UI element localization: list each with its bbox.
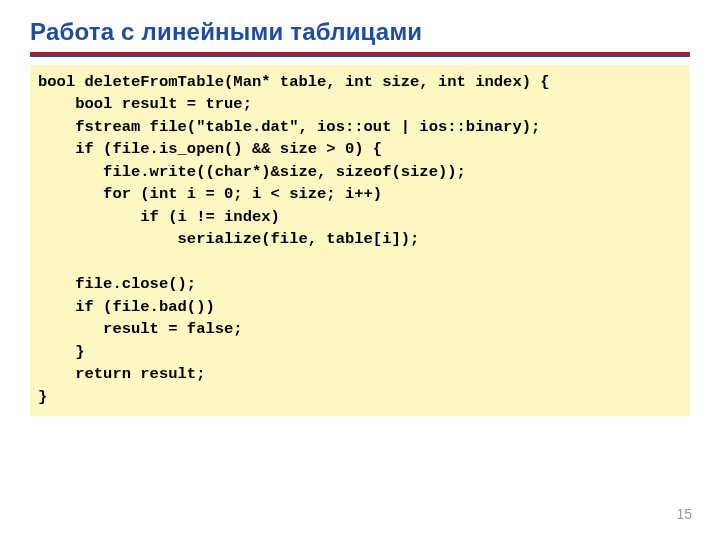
slide-title: Работа с линейными таблицами	[30, 18, 690, 46]
page-number: 15	[676, 506, 692, 522]
code-block: bool deleteFromTable(Man* table, int siz…	[30, 65, 690, 416]
title-rule	[30, 52, 690, 57]
slide: Работа с линейными таблицами bool delete…	[0, 0, 720, 540]
